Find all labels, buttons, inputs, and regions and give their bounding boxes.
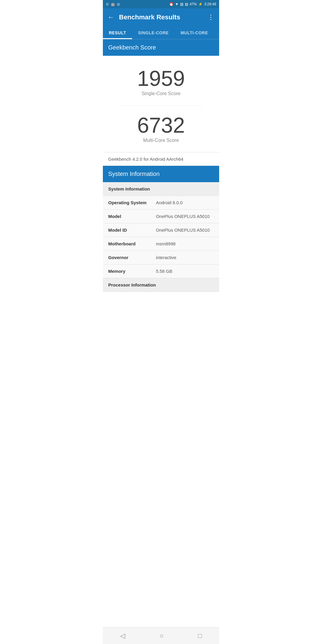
app-bar: ← Benchmark Results ⋮ xyxy=(103,8,219,26)
status-bar: ⊙ 🤖 ◎ ⏰ ▼ ▨ ▨ 47% ⚡ 3:28:49 xyxy=(103,0,219,8)
android-icon: 🤖 xyxy=(111,2,115,6)
single-core-score-label: Single-Core Score xyxy=(109,91,213,96)
sys-value-motherboard: msm8998 xyxy=(156,241,176,246)
sys-row-model: Model OnePlus ONEPLUS A5010 xyxy=(103,210,219,223)
sys-row-memory: Memory 5.58 GB xyxy=(103,264,219,278)
sys-key-memory: Memory xyxy=(108,269,156,274)
sys-key-system-information: System Information xyxy=(108,186,156,191)
tab-multi-core[interactable]: MULTI-CORE xyxy=(175,26,214,39)
nav-spacer xyxy=(103,292,219,309)
back-button[interactable]: ← xyxy=(108,13,114,21)
score-divider xyxy=(119,105,203,106)
tab-result[interactable]: RESULT xyxy=(103,26,132,39)
lock-icon: ⊙ xyxy=(106,2,109,6)
system-info-table: System Information Operating System Andr… xyxy=(103,182,219,292)
sys-row-governor: Governor interactive xyxy=(103,251,219,264)
benchmark-version: Geekbench 4.2.0 for Android AArch64 xyxy=(103,152,219,166)
multi-core-score-label: Multi-Core Score xyxy=(109,138,213,143)
sys-value-model-id: OnePlus ONEPLUS A5010 xyxy=(156,227,210,233)
single-core-score-value: 1959 xyxy=(109,68,213,89)
geekbench-score-header: Geekbench Score xyxy=(103,39,219,56)
sys-value-memory: 5.58 GB xyxy=(156,269,172,274)
circle-icon: ◎ xyxy=(117,2,120,6)
status-icons-left: ⊙ 🤖 ◎ xyxy=(106,2,120,6)
alarm-icon: ⏰ xyxy=(169,2,174,6)
tabs-container: RESULT SINGLE-CORE MULTI-CORE xyxy=(103,26,219,39)
status-icons-right: ⏰ ▼ ▨ ▨ 47% ⚡ 3:28:49 xyxy=(169,2,216,6)
sys-key-model: Model xyxy=(108,214,156,219)
signal-icon: ▨ xyxy=(180,2,183,6)
sys-row-processor-information-header: Processor Information xyxy=(103,278,219,292)
sys-key-governor: Governor xyxy=(108,255,156,260)
sys-key-motherboard: Motherboard xyxy=(108,241,156,246)
sys-key-os: Operating System xyxy=(108,200,156,205)
page-title: Benchmark Results xyxy=(119,13,208,21)
more-menu-button[interactable]: ⋮ xyxy=(208,13,214,21)
signal-icon2: ▨ xyxy=(185,2,188,6)
wifi-icon: ▼ xyxy=(175,2,179,6)
system-info-header: System Information xyxy=(103,166,219,182)
scores-area: 1959 Single-Core Score 6732 Multi-Core S… xyxy=(103,56,219,152)
tab-single-core[interactable]: SINGLE-CORE xyxy=(132,26,175,39)
sys-row-model-id: Model ID OnePlus ONEPLUS A5010 xyxy=(103,223,219,237)
battery-icon: ⚡ xyxy=(198,2,203,6)
sys-row-os: Operating System Android 8.0.0 xyxy=(103,196,219,210)
battery-percent: 47% xyxy=(190,2,197,6)
sys-row-motherboard: Motherboard msm8998 xyxy=(103,237,219,251)
sys-value-os: Android 8.0.0 xyxy=(156,200,182,205)
sys-value-model: OnePlus ONEPLUS A5010 xyxy=(156,214,210,219)
sys-row-system-information-header: System Information xyxy=(103,182,219,196)
time: 3:28:49 xyxy=(204,2,216,6)
sys-key-processor-information: Processor Information xyxy=(108,282,156,287)
multi-core-score-value: 6732 xyxy=(109,114,213,136)
sys-key-model-id: Model ID xyxy=(108,227,156,233)
sys-value-governor: interactive xyxy=(156,255,176,260)
